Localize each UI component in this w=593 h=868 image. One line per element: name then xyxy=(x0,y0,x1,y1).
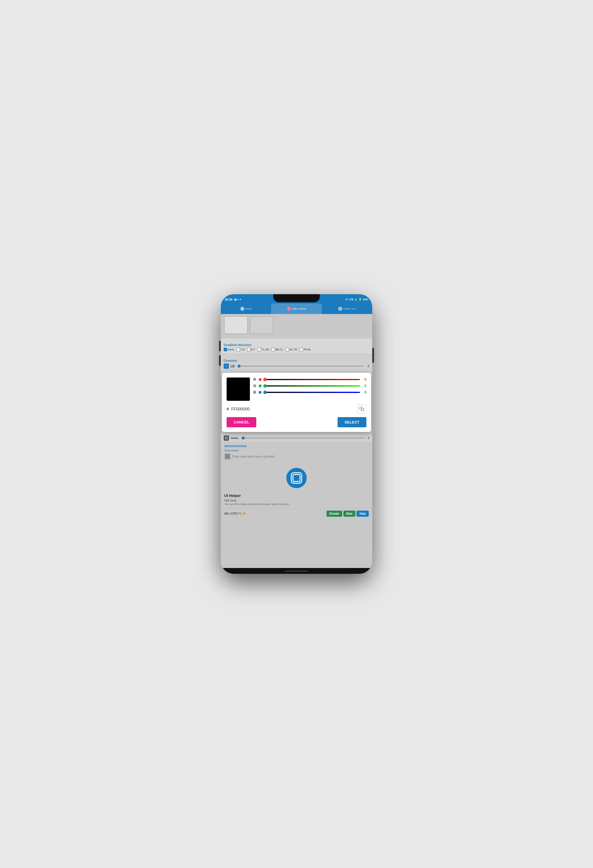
rate-button[interactable]: Rate xyxy=(344,511,356,517)
helper-section: UI Helper Hell User, You can fill in bel… xyxy=(221,491,372,508)
controls-section: Controls ✏ LB 0 xyxy=(221,354,372,373)
gradient-tb-item[interactable]: T-B xyxy=(236,348,245,351)
red-slider-row: R 0 xyxy=(254,378,366,382)
gradient-trbl-label: TR-BL xyxy=(304,348,311,351)
gradient-brtl-label: BR-TL xyxy=(276,348,283,351)
b-thumb[interactable] xyxy=(263,391,267,394)
color1-tab-icon: 🎨 xyxy=(338,307,342,311)
creator-name: Milz (CRN™) xyxy=(224,512,242,515)
dialog-inner: R 0 G xyxy=(227,378,366,401)
home-tab-icon: ⌂ xyxy=(240,307,244,311)
stroke-icon xyxy=(224,435,229,441)
dialog-buttons: CANCEL SELECT xyxy=(227,417,366,427)
g-label: G xyxy=(254,384,257,388)
cancel-button[interactable]: CANCEL xyxy=(227,417,256,427)
color-tab-icon: 🎨 xyxy=(287,307,291,311)
fire-icon: 🔥 xyxy=(243,512,246,515)
battery-percent: 60% xyxy=(363,298,368,301)
r-dot xyxy=(259,378,261,381)
b-dot xyxy=(259,391,261,394)
stroke-thumb[interactable] xyxy=(242,437,245,440)
svg-rect-0 xyxy=(361,408,364,411)
gradient-bt-item[interactable]: B-T xyxy=(247,348,255,351)
tab-color1[interactable]: 🎨 Color1 ### xyxy=(322,304,372,314)
tab-bar: ⌂ home 🎨 color 000000 🎨 Color1 ### xyxy=(221,304,372,314)
notch xyxy=(273,294,320,303)
tab-home[interactable]: ⌂ home xyxy=(221,304,271,314)
green-slider-row: G 0 xyxy=(254,384,366,388)
time-display: 20:34 xyxy=(225,298,232,301)
gradient-bltr-checkbox[interactable] xyxy=(285,348,289,351)
tab-home-label: home xyxy=(245,307,252,310)
phone-device: 20:34 ▣ ▷ ✕ ⊙ LTE ▲ 🔋 60% ⌂ home 🎨 color… xyxy=(221,294,372,574)
color-preview-area xyxy=(221,314,372,338)
gradient-bltr-item[interactable]: BL-TR xyxy=(285,348,297,351)
b-value: 0 xyxy=(362,390,366,394)
color-preview-box-1 xyxy=(224,316,248,334)
stroke-row: Stroke 0 xyxy=(221,434,372,442)
lb-slider-track[interactable] xyxy=(237,366,363,367)
gradient-bt-label: B-T xyxy=(251,348,255,351)
gradient-tb-checkbox[interactable] xyxy=(236,348,240,351)
battery-icon: 🔋 xyxy=(358,298,362,301)
signal-icon: ▲ xyxy=(355,298,357,301)
home-indicator xyxy=(221,568,372,574)
gradient-none-label: None xyxy=(228,348,234,351)
b-label: B xyxy=(254,390,257,394)
grid-icon xyxy=(224,453,231,460)
gradient-brtl-checkbox[interactable] xyxy=(271,348,275,351)
svg-rect-2 xyxy=(293,474,300,481)
app-logo xyxy=(286,468,307,488)
g-thumb[interactable] xyxy=(263,384,267,388)
r-thumb[interactable] xyxy=(263,378,267,381)
ad-title: Advertisement xyxy=(224,444,369,448)
tab-color1-hex: ### xyxy=(352,308,356,310)
color-swatch xyxy=(227,378,250,401)
phone-screen: 20:34 ▣ ▷ ✕ ⊙ LTE ▲ 🔋 60% ⌂ home 🎨 color… xyxy=(221,294,372,574)
helper-description: You can fill in below relevant informati… xyxy=(224,503,369,506)
helper-greeting: Hell User, xyxy=(224,499,369,502)
gradient-tlbr-item[interactable]: TL-BR xyxy=(257,348,269,351)
gradient-bt-checkbox[interactable] xyxy=(247,348,251,351)
donate-button[interactable]: Donate xyxy=(326,511,342,517)
view-name-input[interactable] xyxy=(232,455,369,458)
gradient-trbl-item[interactable]: TR-BL xyxy=(299,348,311,351)
help-button[interactable]: Help xyxy=(357,511,369,517)
g-track[interactable] xyxy=(263,385,360,387)
gradient-none-item[interactable]: None xyxy=(224,348,234,351)
r-label: R xyxy=(254,378,257,382)
stroke-value: 0 xyxy=(368,437,369,440)
view-name-label: View name xyxy=(224,449,369,452)
creator-info: Milz (CRN™) 🔥 xyxy=(224,512,246,515)
bottom-bar: Milz (CRN™) 🔥 Donate Rate Help xyxy=(221,508,372,519)
color-preview-box-2 xyxy=(250,316,273,334)
gradient-direction-section: Gradient direction None T-B B-T xyxy=(221,338,372,354)
wifi-icon: ⊙ xyxy=(345,298,348,301)
gradient-brtl-item[interactable]: BR-TL xyxy=(271,348,283,351)
main-content[interactable]: Gradient direction None T-B B-T xyxy=(221,314,372,568)
gradient-tlbr-checkbox[interactable] xyxy=(257,348,261,351)
gradient-trbl-checkbox[interactable] xyxy=(299,348,303,351)
lb-icon: ✏ xyxy=(224,363,229,369)
color-picker-dialog: R 0 G xyxy=(222,373,371,432)
controls-section-title: Controls xyxy=(224,359,369,362)
copy-button[interactable] xyxy=(357,404,366,413)
advertisement-section: Advertisement View name xyxy=(221,442,372,462)
blue-slider-row: B 0 xyxy=(254,390,366,394)
notification-icons: ▣ ▷ ✕ xyxy=(234,298,242,301)
g-value: 0 xyxy=(362,384,366,388)
lb-slider-thumb[interactable] xyxy=(237,365,240,368)
power-button[interactable] xyxy=(372,348,374,363)
stroke-slider[interactable] xyxy=(241,437,365,438)
b-track[interactable] xyxy=(263,392,360,393)
select-button[interactable]: SELECT xyxy=(338,417,366,427)
gradient-none-checkbox[interactable] xyxy=(224,348,227,351)
lb-label: LB xyxy=(231,365,235,368)
action-buttons: Donate Rate Help xyxy=(326,511,369,517)
hex-value: FF000000 xyxy=(231,407,355,411)
network-type: LTE xyxy=(349,298,354,301)
r-track[interactable] xyxy=(263,379,360,380)
tab-color-active[interactable]: 🎨 color 000000 xyxy=(271,304,322,314)
g-dot xyxy=(259,384,261,387)
tab-color1-label: Color1 xyxy=(343,307,351,310)
